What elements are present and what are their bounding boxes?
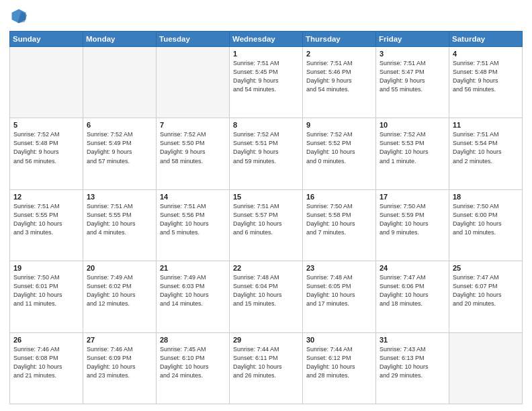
day-cell: 3Sunrise: 7:51 AM Sunset: 5:47 PM Daylig… <box>376 47 449 118</box>
day-info: Sunrise: 7:49 AM Sunset: 6:02 PM Dayligh… <box>87 273 152 308</box>
weekday-header-row: SundayMondayTuesdayWednesdayThursdayFrid… <box>10 32 523 47</box>
day-info: Sunrise: 7:51 AM Sunset: 5:48 PM Dayligh… <box>453 59 519 94</box>
day-info: Sunrise: 7:50 AM Sunset: 5:58 PM Dayligh… <box>306 202 372 237</box>
day-number: 18 <box>453 193 519 201</box>
day-number: 3 <box>380 50 445 58</box>
day-number: 22 <box>233 264 299 272</box>
day-number: 1 <box>233 50 299 58</box>
day-info: Sunrise: 7:46 AM Sunset: 6:08 PM Dayligh… <box>13 345 79 380</box>
day-info: Sunrise: 7:48 AM Sunset: 6:05 PM Dayligh… <box>306 273 372 308</box>
day-number: 17 <box>380 193 445 201</box>
day-number: 11 <box>453 121 519 129</box>
week-row-4: 26Sunrise: 7:46 AM Sunset: 6:08 PM Dayli… <box>10 332 523 404</box>
day-cell: 21Sunrise: 7:49 AM Sunset: 6:03 PM Dayli… <box>157 261 230 332</box>
weekday-tuesday: Tuesday <box>157 32 230 47</box>
day-info: Sunrise: 7:52 AM Sunset: 5:53 PM Dayligh… <box>380 130 445 165</box>
day-cell: 13Sunrise: 7:51 AM Sunset: 5:55 PM Dayli… <box>83 189 157 261</box>
day-cell: 19Sunrise: 7:50 AM Sunset: 6:01 PM Dayli… <box>10 261 83 332</box>
day-cell: 1Sunrise: 7:51 AM Sunset: 5:45 PM Daylig… <box>230 47 303 118</box>
day-number: 9 <box>306 121 372 129</box>
day-number: 19 <box>13 264 79 272</box>
day-cell: 17Sunrise: 7:50 AM Sunset: 5:59 PM Dayli… <box>376 189 449 261</box>
day-cell: 2Sunrise: 7:51 AM Sunset: 5:46 PM Daylig… <box>303 47 376 118</box>
weekday-sunday: Sunday <box>10 32 83 47</box>
day-cell: 15Sunrise: 7:51 AM Sunset: 5:57 PM Dayli… <box>230 189 303 261</box>
day-cell: 4Sunrise: 7:51 AM Sunset: 5:48 PM Daylig… <box>449 47 523 118</box>
calendar-table: SundayMondayTuesdayWednesdayThursdayFrid… <box>9 31 523 404</box>
day-number: 21 <box>160 264 226 272</box>
logo <box>9 7 31 26</box>
day-info: Sunrise: 7:51 AM Sunset: 5:55 PM Dayligh… <box>13 202 79 237</box>
day-number: 7 <box>160 121 226 129</box>
day-cell: 8Sunrise: 7:52 AM Sunset: 5:51 PM Daylig… <box>230 118 303 189</box>
day-number: 25 <box>453 264 519 272</box>
day-info: Sunrise: 7:51 AM Sunset: 5:54 PM Dayligh… <box>453 130 519 165</box>
day-number: 16 <box>306 193 372 201</box>
day-number: 28 <box>160 336 226 344</box>
day-cell: 18Sunrise: 7:50 AM Sunset: 6:00 PM Dayli… <box>449 189 523 261</box>
day-info: Sunrise: 7:48 AM Sunset: 6:04 PM Dayligh… <box>233 273 299 308</box>
day-cell: 20Sunrise: 7:49 AM Sunset: 6:02 PM Dayli… <box>83 261 157 332</box>
day-number: 23 <box>306 264 372 272</box>
weekday-thursday: Thursday <box>303 32 376 47</box>
day-info: Sunrise: 7:52 AM Sunset: 5:51 PM Dayligh… <box>233 130 299 165</box>
weekday-saturday: Saturday <box>449 32 523 47</box>
day-cell: 12Sunrise: 7:51 AM Sunset: 5:55 PM Dayli… <box>10 189 83 261</box>
day-number: 13 <box>87 193 152 201</box>
day-number: 14 <box>160 193 226 201</box>
day-number: 31 <box>380 336 445 344</box>
day-number: 10 <box>380 121 445 129</box>
day-info: Sunrise: 7:52 AM Sunset: 5:52 PM Dayligh… <box>306 130 372 165</box>
day-cell <box>449 332 523 404</box>
day-info: Sunrise: 7:52 AM Sunset: 5:50 PM Dayligh… <box>160 130 226 165</box>
day-info: Sunrise: 7:47 AM Sunset: 6:07 PM Dayligh… <box>453 273 519 308</box>
day-info: Sunrise: 7:49 AM Sunset: 6:03 PM Dayligh… <box>160 273 226 308</box>
day-number: 12 <box>13 193 79 201</box>
day-number: 5 <box>13 121 79 129</box>
day-cell: 14Sunrise: 7:51 AM Sunset: 5:56 PM Dayli… <box>157 189 230 261</box>
day-info: Sunrise: 7:51 AM Sunset: 5:55 PM Dayligh… <box>87 202 152 237</box>
day-cell: 26Sunrise: 7:46 AM Sunset: 6:08 PM Dayli… <box>10 332 83 404</box>
day-cell <box>10 47 83 118</box>
day-cell: 16Sunrise: 7:50 AM Sunset: 5:58 PM Dayli… <box>303 189 376 261</box>
day-info: Sunrise: 7:52 AM Sunset: 5:49 PM Dayligh… <box>87 130 152 165</box>
day-info: Sunrise: 7:47 AM Sunset: 6:06 PM Dayligh… <box>380 273 445 308</box>
day-info: Sunrise: 7:43 AM Sunset: 6:13 PM Dayligh… <box>380 345 445 380</box>
weekday-wednesday: Wednesday <box>230 32 303 47</box>
day-cell: 9Sunrise: 7:52 AM Sunset: 5:52 PM Daylig… <box>303 118 376 189</box>
day-cell <box>83 47 157 118</box>
week-row-1: 5Sunrise: 7:52 AM Sunset: 5:48 PM Daylig… <box>10 118 523 189</box>
day-number: 8 <box>233 121 299 129</box>
day-cell <box>157 47 230 118</box>
day-info: Sunrise: 7:45 AM Sunset: 6:10 PM Dayligh… <box>160 345 226 380</box>
day-info: Sunrise: 7:50 AM Sunset: 6:00 PM Dayligh… <box>453 202 519 237</box>
day-info: Sunrise: 7:50 AM Sunset: 5:59 PM Dayligh… <box>380 202 445 237</box>
page: SundayMondayTuesdayWednesdayThursdayFrid… <box>0 0 532 411</box>
day-number: 4 <box>453 50 519 58</box>
day-cell: 6Sunrise: 7:52 AM Sunset: 5:49 PM Daylig… <box>83 118 157 189</box>
week-row-3: 19Sunrise: 7:50 AM Sunset: 6:01 PM Dayli… <box>10 261 523 332</box>
day-cell: 27Sunrise: 7:46 AM Sunset: 6:09 PM Dayli… <box>83 332 157 404</box>
logo-icon <box>9 7 28 26</box>
day-info: Sunrise: 7:52 AM Sunset: 5:48 PM Dayligh… <box>13 130 79 165</box>
day-cell: 28Sunrise: 7:45 AM Sunset: 6:10 PM Dayli… <box>157 332 230 404</box>
day-number: 15 <box>233 193 299 201</box>
day-cell: 25Sunrise: 7:47 AM Sunset: 6:07 PM Dayli… <box>449 261 523 332</box>
day-cell: 10Sunrise: 7:52 AM Sunset: 5:53 PM Dayli… <box>376 118 449 189</box>
day-cell: 23Sunrise: 7:48 AM Sunset: 6:05 PM Dayli… <box>303 261 376 332</box>
day-info: Sunrise: 7:51 AM Sunset: 5:45 PM Dayligh… <box>233 59 299 94</box>
day-cell: 24Sunrise: 7:47 AM Sunset: 6:06 PM Dayli… <box>376 261 449 332</box>
day-cell: 31Sunrise: 7:43 AM Sunset: 6:13 PM Dayli… <box>376 332 449 404</box>
day-info: Sunrise: 7:50 AM Sunset: 6:01 PM Dayligh… <box>13 273 79 308</box>
day-cell: 11Sunrise: 7:51 AM Sunset: 5:54 PM Dayli… <box>449 118 523 189</box>
day-cell: 22Sunrise: 7:48 AM Sunset: 6:04 PM Dayli… <box>230 261 303 332</box>
day-number: 20 <box>87 264 152 272</box>
day-cell: 30Sunrise: 7:44 AM Sunset: 6:12 PM Dayli… <box>303 332 376 404</box>
weekday-monday: Monday <box>83 32 157 47</box>
day-number: 6 <box>87 121 152 129</box>
day-number: 29 <box>233 336 299 344</box>
week-row-0: 1Sunrise: 7:51 AM Sunset: 5:45 PM Daylig… <box>10 47 523 118</box>
day-info: Sunrise: 7:44 AM Sunset: 6:11 PM Dayligh… <box>233 345 299 380</box>
day-info: Sunrise: 7:51 AM Sunset: 5:57 PM Dayligh… <box>233 202 299 237</box>
day-number: 27 <box>87 336 152 344</box>
